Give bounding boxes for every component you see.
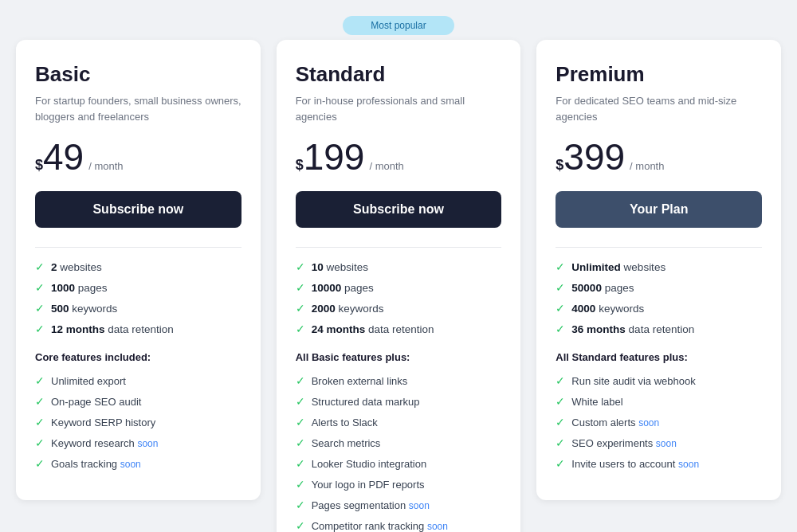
feature-text: Goals tracking soon <box>51 458 141 470</box>
stat-item: ✓Unlimited websites <box>556 260 762 273</box>
plan-container-standard: Most popularStandardFor in-house profess… <box>277 16 521 532</box>
stat-text: 2 websites <box>51 261 102 273</box>
check-icon: ✓ <box>556 436 565 449</box>
feature-item: ✓White label <box>556 395 762 408</box>
features-list-basic: ✓Unlimited export✓On-page SEO audit✓Keyw… <box>35 374 241 470</box>
feature-text: SEO experiments soon <box>571 437 677 449</box>
stat-item: ✓500 keywords <box>35 302 241 315</box>
stat-item: ✓2 websites <box>35 260 241 273</box>
stat-item: ✓12 months data retention <box>35 323 241 335</box>
feature-item: ✓Pages segmentation soon <box>296 499 502 511</box>
check-icon: ✓ <box>35 323 45 335</box>
check-icon: ✓ <box>296 436 305 449</box>
subscribe-btn-basic[interactable]: Subscribe now <box>35 191 241 228</box>
check-icon: ✓ <box>35 281 45 294</box>
check-icon: ✓ <box>556 395 565 408</box>
plan-container-premium: PremiumFor dedicated SEO teams and mid-s… <box>536 16 781 500</box>
features-list-standard: ✓Broken external links✓Structured data m… <box>296 374 502 532</box>
stat-text: 500 keywords <box>51 303 117 315</box>
soon-badge: soon <box>656 438 677 449</box>
stat-item: ✓36 months data retention <box>556 323 762 335</box>
feature-item: ✓Competitor rank tracking soon <box>296 519 502 532</box>
check-icon: ✓ <box>296 374 305 387</box>
check-icon: ✓ <box>35 457 45 470</box>
soon-badge: soon <box>409 500 430 511</box>
stat-text: 4000 keywords <box>571 303 644 315</box>
check-icon: ✓ <box>556 302 565 315</box>
price-dollar-basic: $ <box>35 157 43 174</box>
check-icon: ✓ <box>556 281 565 294</box>
feature-text: Your logo in PDF reports <box>312 479 425 491</box>
check-icon: ✓ <box>35 416 45 428</box>
check-icon: ✓ <box>296 478 305 491</box>
stats-list-standard: ✓10 websites✓10000 pages✓2000 keywords✓2… <box>296 260 502 335</box>
check-icon: ✓ <box>35 302 45 315</box>
feature-text: Keyword research soon <box>51 437 158 449</box>
stat-text: 12 months data retention <box>51 323 174 335</box>
plan-name-basic: Basic <box>35 62 241 87</box>
stat-text: Unlimited websites <box>571 261 665 273</box>
feature-text: Alerts to Slack <box>312 417 378 428</box>
soon-badge: soon <box>638 417 659 428</box>
stat-item: ✓10 websites <box>296 260 502 273</box>
subscribe-btn-premium[interactable]: Your Plan <box>556 191 762 228</box>
feature-item: ✓Invite users to account soon <box>556 457 762 470</box>
feature-item: ✓Alerts to Slack <box>296 416 502 428</box>
plan-price-premium: $ 399 / month <box>556 139 762 175</box>
soon-badge: soon <box>137 438 158 449</box>
plan-desc-standard: For in-house professionals and small age… <box>296 93 502 124</box>
price-amount-premium: 399 <box>563 139 625 175</box>
plan-desc-basic: For startup founders, small business own… <box>35 93 241 124</box>
stat-text: 24 months data retention <box>312 323 434 335</box>
divider <box>556 247 762 248</box>
feature-text: Structured data markup <box>312 396 420 408</box>
feature-item: ✓Broken external links <box>296 374 502 387</box>
check-icon: ✓ <box>556 323 565 335</box>
check-icon: ✓ <box>296 260 305 273</box>
feature-item: ✓Looker Studio integration <box>296 457 502 470</box>
check-icon: ✓ <box>35 374 45 387</box>
feature-text: Unlimited export <box>51 375 126 387</box>
plan-card-premium: PremiumFor dedicated SEO teams and mid-s… <box>536 40 781 500</box>
subscribe-btn-standard[interactable]: Subscribe now <box>296 191 502 228</box>
check-icon: ✓ <box>296 395 305 408</box>
check-icon: ✓ <box>296 499 305 511</box>
feature-text: Keyword SERP history <box>51 417 155 428</box>
stats-list-basic: ✓2 websites✓1000 pages✓500 keywords✓12 m… <box>35 260 241 335</box>
stat-text: 2000 keywords <box>312 303 384 315</box>
check-icon: ✓ <box>296 457 305 470</box>
plan-card-standard: StandardFor in-house professionals and s… <box>277 40 521 532</box>
check-icon: ✓ <box>296 519 305 532</box>
feature-text: On-page SEO audit <box>51 396 141 408</box>
check-icon: ✓ <box>556 416 565 428</box>
check-icon: ✓ <box>296 281 305 294</box>
feature-item: ✓Goals tracking soon <box>35 457 241 470</box>
section-label-standard: All Basic features plus: <box>296 351 502 363</box>
soon-badge: soon <box>120 459 141 470</box>
feature-item: ✓Structured data markup <box>296 395 502 408</box>
check-icon: ✓ <box>556 374 565 387</box>
feature-text: Search metrics <box>312 437 381 449</box>
stat-item: ✓2000 keywords <box>296 302 502 315</box>
plan-name-standard: Standard <box>296 62 502 87</box>
check-icon: ✓ <box>556 260 565 273</box>
plan-price-basic: $ 49 / month <box>35 139 241 175</box>
plan-desc-premium: For dedicated SEO teams and mid-size age… <box>556 93 762 124</box>
feature-text: Broken external links <box>312 375 408 387</box>
most-popular-badge: Most popular <box>343 16 454 35</box>
feature-item: ✓On-page SEO audit <box>35 395 241 408</box>
stats-list-premium: ✓Unlimited websites✓50000 pages✓4000 key… <box>556 260 762 335</box>
price-dollar-premium: $ <box>556 157 563 174</box>
stat-item: ✓4000 keywords <box>556 302 762 315</box>
stat-text: 36 months data retention <box>571 323 694 335</box>
stat-text: 50000 pages <box>571 282 634 294</box>
stat-item: ✓24 months data retention <box>296 323 502 335</box>
feature-item: ✓SEO experiments soon <box>556 436 762 449</box>
stat-text: 1000 pages <box>51 282 108 294</box>
stat-text: 10000 pages <box>312 282 374 294</box>
stat-text: 10 websites <box>312 261 368 273</box>
check-icon: ✓ <box>35 395 45 408</box>
section-label-basic: Core features included: <box>35 351 241 363</box>
feature-text: Competitor rank tracking soon <box>312 520 448 532</box>
plan-card-basic: BasicFor startup founders, small busines… <box>16 40 261 500</box>
